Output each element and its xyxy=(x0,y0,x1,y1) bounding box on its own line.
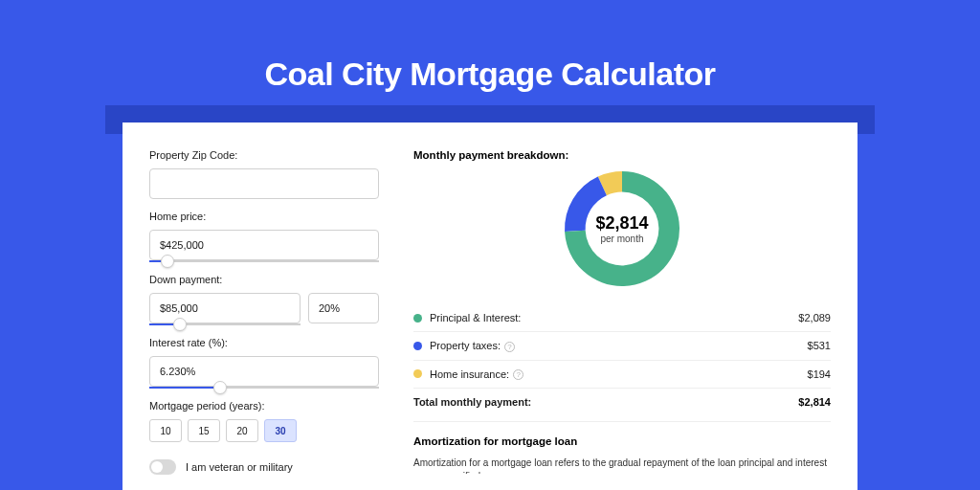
line-item-value: $531 xyxy=(808,340,831,351)
donut-center: $2,814 per month xyxy=(560,167,684,291)
line-item-tax: Property taxes:?$531 xyxy=(413,331,831,360)
legend-dot xyxy=(413,342,422,350)
interest-rate-slider-handle[interactable] xyxy=(213,381,227,394)
period-option-20[interactable]: 20 xyxy=(226,419,258,442)
line-item-value: $194 xyxy=(808,368,831,380)
breakdown-title: Monthly payment breakdown: xyxy=(413,149,831,161)
down-payment-slider-handle[interactable] xyxy=(173,318,187,331)
down-payment-field: Down payment: xyxy=(149,274,379,325)
period-option-15[interactable]: 15 xyxy=(188,419,220,442)
interest-rate-field: Interest rate (%): xyxy=(149,337,379,389)
mortgage-period-field: Mortgage period (years): 10152030 xyxy=(149,400,379,442)
info-icon[interactable]: ? xyxy=(513,369,523,380)
line-item-label: Home insurance:? xyxy=(430,368,808,381)
mortgage-period-label: Mortgage period (years): xyxy=(149,400,379,412)
interest-rate-input[interactable] xyxy=(149,356,379,387)
page-title: Coal City Mortgage Calculator xyxy=(0,0,980,93)
home-price-label: Home price: xyxy=(149,211,379,222)
amortization-title: Amortization for mortgage loan xyxy=(413,435,831,447)
interest-rate-label: Interest rate (%): xyxy=(149,337,379,348)
total-row: Total monthly payment: $2,814 xyxy=(413,388,831,415)
breakdown-list: Principal & Interest:$2,089Property taxe… xyxy=(413,304,831,388)
home-price-slider[interactable] xyxy=(149,260,379,262)
home-price-field: Home price: xyxy=(149,211,379,262)
veteran-toggle-knob xyxy=(151,461,163,473)
home-price-input[interactable] xyxy=(149,230,379,260)
donut-amount: $2,814 xyxy=(595,213,648,234)
legend-dot xyxy=(413,369,422,378)
veteran-toggle-label: I am veteran or military xyxy=(186,461,293,473)
veteran-toggle[interactable] xyxy=(149,459,176,475)
home-price-slider-handle[interactable] xyxy=(161,255,174,268)
down-payment-percent-input[interactable] xyxy=(308,293,379,323)
interest-rate-slider[interactable] xyxy=(149,387,379,389)
zip-input[interactable] xyxy=(149,168,379,199)
period-option-10[interactable]: 10 xyxy=(149,419,182,442)
period-option-30[interactable]: 30 xyxy=(264,419,297,442)
mortgage-period-options: 10152030 xyxy=(149,419,379,442)
down-payment-label: Down payment: xyxy=(149,274,379,285)
calculator-card: Property Zip Code: Home price: Down paym… xyxy=(122,122,858,490)
donut-sub: per month xyxy=(600,234,643,244)
down-payment-amount-input[interactable] xyxy=(149,293,301,323)
line-item-pi: Principal & Interest:$2,089 xyxy=(413,304,831,331)
line-item-value: $2,089 xyxy=(798,312,831,323)
amortization-body: Amortization for a mortgage loan refers … xyxy=(413,457,831,474)
line-item-ins: Home insurance:?$194 xyxy=(413,360,831,389)
veteran-toggle-row: I am veteran or military xyxy=(149,459,379,475)
line-item-label: Principal & Interest: xyxy=(430,312,798,323)
interest-rate-slider-fill xyxy=(149,387,220,389)
down-payment-slider[interactable] xyxy=(149,323,301,325)
zip-field: Property Zip Code: xyxy=(149,149,379,199)
total-value: $2,814 xyxy=(798,396,831,408)
line-item-label: Property taxes:? xyxy=(430,340,808,352)
info-icon[interactable]: ? xyxy=(504,342,515,352)
total-label: Total monthly payment: xyxy=(413,396,798,408)
amortization-section: Amortization for mortgage loan Amortizat… xyxy=(413,421,831,474)
inputs-column: Property Zip Code: Home price: Down paym… xyxy=(149,149,379,490)
legend-dot xyxy=(413,314,422,323)
breakdown-donut: $2,814 per month xyxy=(560,167,684,291)
breakdown-column: Monthly payment breakdown: $2,814 per mo… xyxy=(413,149,831,490)
zip-label: Property Zip Code: xyxy=(149,149,379,161)
